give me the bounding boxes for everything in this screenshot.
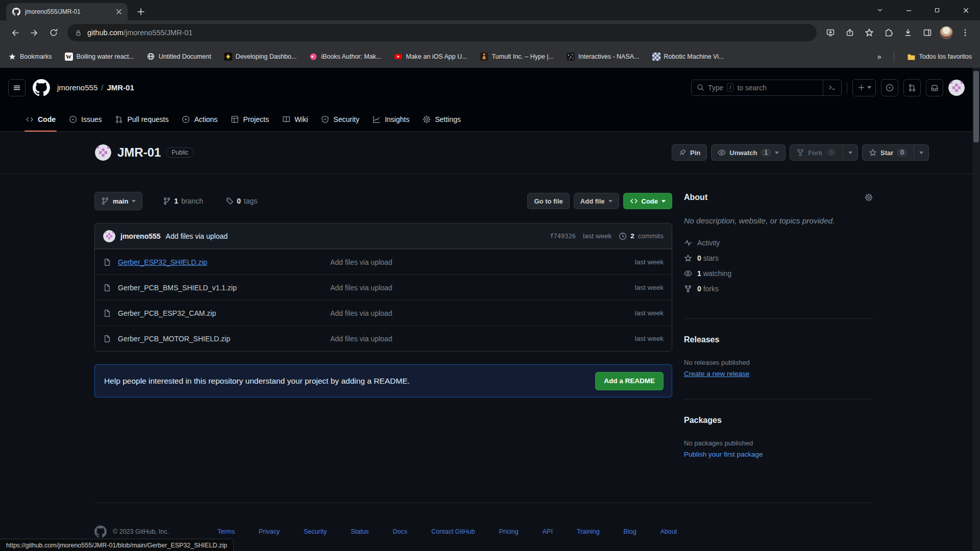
branch-selector[interactable]: main: [94, 192, 142, 210]
watching-link[interactable]: 1 watching: [684, 269, 873, 278]
commit-sha[interactable]: f749326: [550, 233, 576, 240]
bookmark-item[interactable]: iBooks Author: Mak...: [309, 53, 381, 61]
branches-link[interactable]: 1 branch: [163, 197, 203, 205]
downloads-icon[interactable]: [899, 24, 917, 41]
file-link[interactable]: Gerber_PCB_MOTOR_SHIELD.zip: [118, 335, 230, 343]
file-commit-time[interactable]: last week: [635, 309, 664, 317]
breadcrumb-repo[interactable]: JMR-01: [107, 83, 134, 92]
side-panel-icon[interactable]: [919, 24, 936, 41]
footer-link-docs[interactable]: Docs: [393, 528, 407, 535]
file-commit-time[interactable]: last week: [635, 284, 664, 291]
star-dropdown-button[interactable]: [914, 144, 929, 161]
stars-link[interactable]: 0 stars: [684, 254, 873, 262]
tab-search-icon[interactable]: [866, 0, 894, 20]
breadcrumb-user[interactable]: jmoreno555: [57, 83, 97, 92]
tab-issues[interactable]: Issues: [62, 107, 108, 132]
file-commit-time[interactable]: last week: [635, 335, 664, 342]
footer-link-terms[interactable]: Terms: [217, 528, 235, 535]
pull-requests-button[interactable]: [903, 79, 921, 96]
footer-link-about[interactable]: About: [660, 528, 677, 535]
share-icon[interactable]: [841, 24, 859, 41]
tab-insights[interactable]: Insights: [366, 107, 416, 132]
bookmark-all-favorites[interactable]: Todos los favoritos: [907, 53, 972, 61]
forward-button[interactable]: [26, 24, 43, 41]
unwatch-button[interactable]: Unwatch 1: [711, 144, 786, 161]
tab-security[interactable]: Security: [314, 107, 366, 132]
tab-settings[interactable]: Settings: [416, 107, 468, 132]
search-input[interactable]: Type / to search: [691, 80, 842, 96]
file-link[interactable]: Gerber_ESP32_SHIELD.zip: [118, 258, 207, 266]
user-avatar[interactable]: [948, 80, 965, 96]
browser-tab[interactable]: jmoreno555/JMR-01: [6, 3, 128, 20]
scrollbar-thumb[interactable]: [973, 71, 979, 142]
fork-button[interactable]: Fork 0: [790, 144, 843, 161]
tab-actions[interactable]: Actions: [175, 107, 224, 132]
footer-link-privacy[interactable]: Privacy: [259, 528, 280, 535]
star-button[interactable]: Star 0: [862, 144, 914, 161]
url-bar[interactable]: github.com/jmoreno555/JMR-01: [67, 24, 817, 41]
bookmark-item[interactable]: Developing Dashbo...: [224, 53, 297, 61]
footer-link-training[interactable]: Training: [577, 528, 600, 535]
file-row[interactable]: Gerber_PCB_MOTOR_SHIELD.zip Add files vi…: [95, 325, 672, 351]
file-commit-message[interactable]: Add files via upload: [330, 258, 635, 266]
file-row[interactable]: Gerber_PCB_BMS_SHIELD_v1.1.zip Add files…: [95, 274, 672, 300]
bookmark-item[interactable]: Interactives - NASA...: [567, 53, 639, 61]
tab-wiki[interactable]: Wiki: [276, 107, 314, 132]
bookmark-item[interactable]: Robotic Machine Vi...: [652, 53, 724, 61]
add-file-button[interactable]: Add file: [574, 193, 619, 209]
issues-button[interactable]: [881, 79, 898, 96]
publish-package-link[interactable]: Publish your first package: [684, 450, 873, 458]
lock-icon[interactable]: [75, 29, 82, 37]
repo-avatar[interactable]: [95, 144, 111, 161]
create-release-link[interactable]: Create a new release: [684, 370, 873, 378]
tab-pull-requests[interactable]: Pull requests: [108, 107, 175, 132]
file-row[interactable]: Gerber_ESP32_SHIELD.zip Add files via up…: [95, 249, 672, 274]
forks-link[interactable]: 0 forks: [684, 285, 873, 293]
extensions-puzzle-icon[interactable]: [880, 24, 897, 41]
browser-menu-kebab-icon[interactable]: [957, 24, 974, 41]
footer-link-status[interactable]: Status: [351, 528, 369, 535]
go-to-file-button[interactable]: Go to file: [527, 193, 569, 209]
back-button[interactable]: [6, 24, 23, 41]
about-settings-gear-icon[interactable]: [865, 193, 873, 202]
file-commit-time[interactable]: last week: [635, 258, 664, 266]
reload-button[interactable]: [45, 24, 62, 41]
file-commit-message[interactable]: Add files via upload: [330, 335, 635, 343]
file-commit-message[interactable]: Add files via upload: [330, 309, 635, 317]
file-link[interactable]: Gerber_PCB_ESP32_CAM.zip: [118, 309, 216, 317]
command-palette-icon[interactable]: [823, 80, 841, 95]
footer-link-pricing[interactable]: Pricing: [499, 528, 519, 535]
tab-code[interactable]: Code: [19, 107, 62, 132]
github-logo[interactable]: [33, 79, 50, 96]
install-app-icon[interactable]: [822, 24, 839, 41]
tab-projects[interactable]: Projects: [224, 107, 276, 132]
bookmark-item[interactable]: Untitled Document: [147, 53, 211, 61]
bookmark-item[interactable]: Tumult Inc. – Hype |...: [480, 53, 554, 61]
bookmark-item[interactable]: W Boiling water react...: [65, 53, 134, 61]
commit-history-link[interactable]: 2 commits: [619, 232, 664, 240]
footer-link-contact[interactable]: Contact GitHub: [431, 528, 475, 535]
hamburger-menu-button[interactable]: [8, 79, 26, 96]
footer-link-api[interactable]: API: [543, 528, 553, 535]
bookmark-star-icon[interactable]: [861, 24, 878, 41]
page-scrollbar[interactable]: [972, 68, 980, 551]
bookmark-manager[interactable]: Bookmarks: [8, 53, 52, 61]
maximize-button[interactable]: [923, 0, 951, 20]
create-new-button[interactable]: [852, 79, 876, 96]
footer-link-security[interactable]: Security: [304, 528, 327, 535]
file-link[interactable]: Gerber_PCB_BMS_SHIELD_v1.1.zip: [118, 284, 237, 292]
commit-author-avatar[interactable]: [103, 230, 115, 242]
file-row[interactable]: Gerber_PCB_ESP32_CAM.zip Add files via u…: [95, 300, 672, 325]
bookmark-item[interactable]: Make an iOS App U...: [394, 53, 467, 61]
browser-profile-avatar[interactable]: [940, 26, 953, 39]
tags-link[interactable]: 0 tags: [226, 197, 257, 205]
close-window-button[interactable]: [951, 0, 980, 20]
new-tab-button[interactable]: [134, 5, 148, 19]
code-button[interactable]: Code: [623, 193, 673, 209]
bookmarks-overflow-chevron[interactable]: »: [877, 53, 881, 61]
fork-dropdown-button[interactable]: [843, 144, 858, 161]
file-commit-message[interactable]: Add files via upload: [330, 284, 635, 292]
inbox-button[interactable]: [926, 79, 943, 96]
add-readme-button[interactable]: Add a README: [595, 372, 664, 390]
commit-author[interactable]: jmoreno555: [120, 232, 161, 240]
